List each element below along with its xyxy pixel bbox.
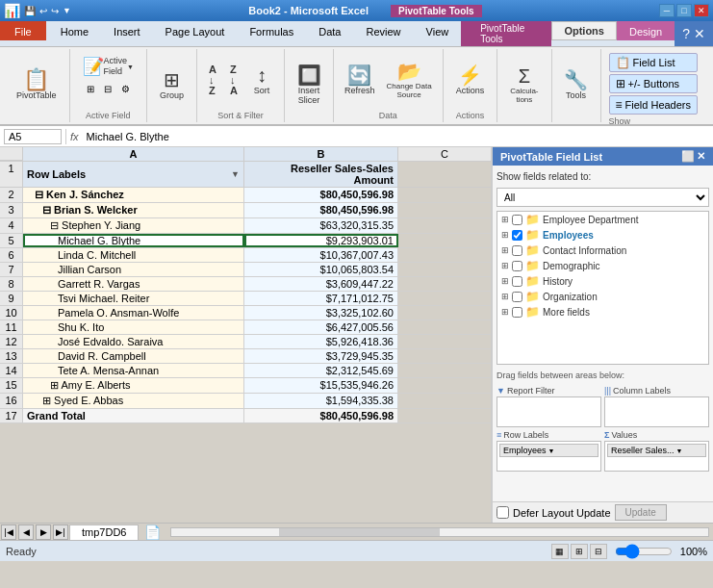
- row-labels-employees-item[interactable]: Employees ▼: [499, 444, 598, 457]
- pivot-panel-resize[interactable]: ⬜: [681, 150, 695, 163]
- row-label-10[interactable]: Pamela O. Ansman-Wolfe: [23, 306, 244, 320]
- horizontal-scrollbar[interactable]: [170, 527, 709, 537]
- tab-view[interactable]: View: [414, 21, 462, 40]
- row-label-5[interactable]: Michael G. Blythe: [23, 234, 244, 247]
- tab-pivot-design[interactable]: Design: [617, 21, 675, 40]
- window-controls[interactable]: ─ □ ✕: [659, 4, 709, 17]
- sheet-tab-add[interactable]: 📄: [139, 524, 166, 540]
- field-headers-button[interactable]: ≡ Field Headers: [609, 95, 699, 115]
- row-label-6[interactable]: Linda C. Mitchell: [23, 248, 244, 262]
- values-dropdown-icon[interactable]: ▼: [676, 447, 683, 454]
- values-drop-zone[interactable]: Reseller Sales... ▼: [604, 441, 709, 472]
- quick-access-redo[interactable]: ↪: [51, 6, 59, 16]
- row-label-7[interactable]: Jillian Carson: [23, 263, 244, 276]
- normal-view-button[interactable]: ▦: [551, 544, 569, 559]
- row-labels-dropdown-icon[interactable]: ▼: [548, 447, 555, 454]
- page-break-view-button[interactable]: ⊟: [590, 544, 607, 559]
- tools-button[interactable]: 🔧 Tools: [560, 65, 593, 104]
- field-checkbox-More fields[interactable]: [512, 307, 522, 318]
- row-labels-drop-zone[interactable]: Employees ▼: [497, 441, 601, 472]
- expand-field-button[interactable]: ⊞: [83, 82, 98, 96]
- field-list-button[interactable]: 📋 Field List: [609, 53, 699, 72]
- tab-review[interactable]: Review: [353, 21, 413, 40]
- insert-slicer-button[interactable]: 🔲 InsertSlicer: [293, 61, 325, 109]
- quick-access-save[interactable]: 💾: [24, 6, 36, 16]
- sort-za-button[interactable]: Z↓A: [224, 62, 243, 99]
- pivot-field-item-history[interactable]: ⊞ 📁 History: [497, 273, 708, 289]
- zoom-slider[interactable]: [615, 547, 673, 556]
- actions-button[interactable]: ⚡ Actions: [451, 61, 490, 99]
- row-label-3[interactable]: ⊟ Brian S. Welcker: [23, 203, 244, 217]
- plus-minus-buttons-button[interactable]: ⊞ +/- Buttons: [609, 74, 699, 93]
- column-labels-icon: |||: [604, 386, 611, 396]
- field-checkbox-Contact Information[interactable]: [512, 245, 522, 256]
- col-header-b[interactable]: B: [244, 147, 398, 161]
- active-field-button[interactable]: 📝 ActiveField ▼: [78, 53, 139, 80]
- row-label-16[interactable]: ⊞ Syed E. Abbas: [23, 394, 244, 408]
- sort-az-button[interactable]: A↓Z: [203, 62, 222, 99]
- sort-button[interactable]: ↕ Sort: [245, 61, 278, 99]
- pivot-field-item-organization[interactable]: ⊞ 📁 Organization: [497, 289, 708, 304]
- group-button[interactable]: ⊞ Group: [155, 65, 189, 104]
- pivot-panel-close[interactable]: ✕: [697, 150, 705, 163]
- quick-access-undo[interactable]: ↩: [39, 6, 47, 16]
- tab-data[interactable]: Data: [306, 21, 353, 40]
- pivottable-button[interactable]: 📋 PivotTable: [12, 65, 62, 104]
- col-header-c[interactable]: C: [398, 147, 491, 161]
- page-layout-view-button[interactable]: ⊞: [571, 544, 588, 559]
- customize-quick-access[interactable]: ▼: [63, 6, 71, 15]
- field-checkbox-Employee Department[interactable]: [512, 215, 522, 225]
- row-label-9[interactable]: Tsvi Michael. Reiter: [23, 292, 244, 305]
- update-button[interactable]: Update: [615, 504, 667, 521]
- header-label-cell[interactable]: Row Labels▼: [23, 162, 244, 187]
- pivot-field-item-employee-department[interactable]: ⊞ 📁 Employee Department: [497, 212, 708, 227]
- field-checkbox-Organization[interactable]: [512, 292, 522, 302]
- field-checkbox-History[interactable]: [512, 276, 522, 287]
- row-label-4[interactable]: ⊟ Stephen Y. Jiang: [23, 218, 244, 233]
- row-label-14[interactable]: Tete A. Mensa-Annan: [23, 364, 244, 377]
- tab-home[interactable]: Home: [48, 21, 101, 40]
- sheet-tab-tmp7dd6[interactable]: tmp7DD6: [69, 524, 139, 540]
- report-filter-drop-zone[interactable]: [497, 396, 601, 427]
- field-checkbox-Employees[interactable]: [512, 230, 522, 241]
- values-reseller-item[interactable]: Reseller Sales... ▼: [607, 444, 706, 457]
- collapse-field-button[interactable]: ⊟: [100, 82, 115, 96]
- help-icon[interactable]: ?: [682, 26, 690, 41]
- row-label-2[interactable]: ⊟ Ken J. Sánchez: [23, 188, 244, 202]
- tab-formulas[interactable]: Formulas: [237, 21, 306, 40]
- change-data-source-button[interactable]: 📂 Change DataSource: [382, 57, 437, 103]
- close-button[interactable]: ✕: [694, 4, 709, 17]
- field-settings-button[interactable]: ⚙: [117, 82, 134, 96]
- tab-insert[interactable]: Insert: [101, 21, 153, 40]
- sheet-nav-last[interactable]: ▶|: [53, 524, 68, 540]
- defer-layout-update-checkbox[interactable]: [497, 506, 509, 519]
- pivot-field-item-demographic[interactable]: ⊞ 📁 Demographic: [497, 258, 708, 273]
- cell-reference-box[interactable]: [4, 129, 62, 144]
- row-label-15[interactable]: ⊞ Amy E. Alberts: [23, 378, 244, 393]
- row-label-11[interactable]: Shu K. Ito: [23, 320, 244, 334]
- pivot-show-dropdown[interactable]: All: [497, 188, 709, 207]
- pivot-field-list[interactable]: ⊞ 📁 Employee Department ⊞ 📁 Employees ⊞ …: [497, 211, 709, 365]
- refresh-button[interactable]: 🔄 Refresh: [340, 61, 380, 99]
- sheet-nav-next[interactable]: ▶: [36, 524, 51, 540]
- row-label-17[interactable]: Grand Total: [23, 409, 244, 422]
- sheet-nav-prev[interactable]: ◀: [18, 524, 34, 540]
- minimize-button[interactable]: ─: [659, 4, 675, 17]
- pivot-field-item-employees[interactable]: ⊞ 📁 Employees: [497, 227, 708, 243]
- pivot-field-item-more-fields[interactable]: ⊞ 📁 More fields: [497, 304, 708, 320]
- maximize-button[interactable]: □: [676, 4, 692, 17]
- field-checkbox-Demographic[interactable]: [512, 261, 522, 271]
- tab-file[interactable]: File: [0, 21, 46, 40]
- tab-pivot-options[interactable]: Options: [551, 21, 617, 40]
- row-label-8[interactable]: Garrett R. Vargas: [23, 277, 244, 291]
- window-close-ribbon[interactable]: ✕: [694, 26, 705, 41]
- row-label-13[interactable]: David R. Campbell: [23, 349, 244, 363]
- col-header-a[interactable]: A: [23, 147, 244, 161]
- sheet-nav-first[interactable]: |◀: [1, 524, 16, 540]
- calculations-button[interactable]: Σ Calcula-tions: [505, 62, 543, 108]
- row-label-12[interactable]: José Edvaldo. Saraiva: [23, 335, 244, 348]
- column-labels-drop-zone[interactable]: [604, 396, 709, 427]
- pivot-field-item-contact-information[interactable]: ⊞ 📁 Contact Information: [497, 243, 708, 258]
- formula-input[interactable]: [83, 131, 709, 142]
- tab-page-layout[interactable]: Page Layout: [153, 21, 238, 40]
